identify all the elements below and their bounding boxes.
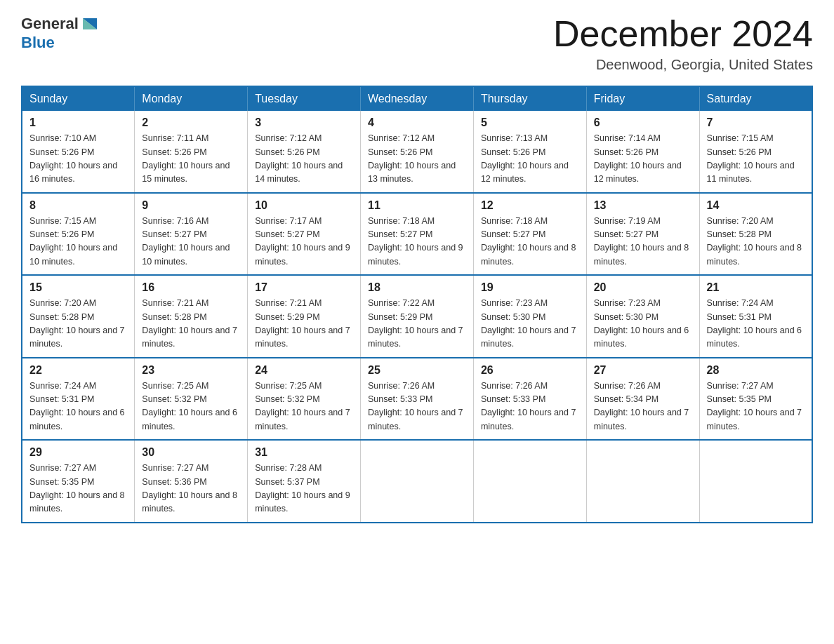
header-day-wednesday: Wednesday <box>361 86 474 111</box>
page-location: Deenwood, Georgia, United States <box>553 57 813 73</box>
day-number: 3 <box>255 116 353 129</box>
day-info: Sunrise: 7:20 AMSunset: 5:28 PMDaylight:… <box>707 215 805 269</box>
day-number: 11 <box>368 199 466 212</box>
calendar-week-row: 15Sunrise: 7:20 AMSunset: 5:28 PMDayligh… <box>22 275 812 358</box>
day-info: Sunrise: 7:15 AMSunset: 5:26 PMDaylight:… <box>707 132 805 187</box>
calendar-week-row: 8Sunrise: 7:15 AMSunset: 5:26 PMDaylight… <box>22 193 812 276</box>
day-info: Sunrise: 7:25 AMSunset: 5:32 PMDaylight:… <box>255 380 353 434</box>
calendar-cell: 28Sunrise: 7:27 AMSunset: 5:35 PMDayligh… <box>699 358 812 441</box>
calendar-cell: 19Sunrise: 7:23 AMSunset: 5:30 PMDayligh… <box>473 275 586 358</box>
day-number: 10 <box>255 199 353 212</box>
day-number: 8 <box>29 199 127 212</box>
calendar-cell <box>699 440 812 523</box>
calendar-header-row: SundayMondayTuesdayWednesdayThursdayFrid… <box>22 86 812 111</box>
day-number: 26 <box>481 364 579 377</box>
calendar-cell: 30Sunrise: 7:27 AMSunset: 5:36 PMDayligh… <box>135 440 248 523</box>
day-number: 21 <box>707 281 805 294</box>
day-info: Sunrise: 7:18 AMSunset: 5:27 PMDaylight:… <box>368 215 466 269</box>
day-info: Sunrise: 7:27 AMSunset: 5:35 PMDaylight:… <box>707 380 805 434</box>
day-info: Sunrise: 7:24 AMSunset: 5:31 PMDaylight:… <box>29 380 127 434</box>
day-info: Sunrise: 7:23 AMSunset: 5:30 PMDaylight:… <box>594 297 692 351</box>
calendar-cell: 13Sunrise: 7:19 AMSunset: 5:27 PMDayligh… <box>586 193 699 276</box>
day-info: Sunrise: 7:13 AMSunset: 5:26 PMDaylight:… <box>481 132 579 187</box>
calendar-cell <box>473 440 586 523</box>
day-number: 16 <box>142 281 240 294</box>
day-info: Sunrise: 7:11 AMSunset: 5:26 PMDaylight:… <box>142 132 240 187</box>
day-number: 24 <box>255 364 353 377</box>
day-number: 29 <box>29 446 127 459</box>
calendar-cell: 26Sunrise: 7:26 AMSunset: 5:33 PMDayligh… <box>473 358 586 441</box>
page-header: General Blue December 2024 Deenwood, Geo… <box>21 14 813 73</box>
day-info: Sunrise: 7:10 AMSunset: 5:26 PMDaylight:… <box>29 132 127 187</box>
header-day-tuesday: Tuesday <box>248 86 361 111</box>
calendar-table: SundayMondayTuesdayWednesdayThursdayFrid… <box>21 86 813 523</box>
header-day-friday: Friday <box>586 86 699 111</box>
calendar-cell: 14Sunrise: 7:20 AMSunset: 5:28 PMDayligh… <box>699 193 812 276</box>
day-number: 15 <box>29 281 127 294</box>
calendar-cell: 1Sunrise: 7:10 AMSunset: 5:26 PMDaylight… <box>22 111 135 193</box>
day-number: 7 <box>707 116 805 129</box>
day-info: Sunrise: 7:17 AMSunset: 5:27 PMDaylight:… <box>255 215 353 269</box>
day-number: 13 <box>594 199 692 212</box>
day-number: 30 <box>142 446 240 459</box>
day-number: 18 <box>368 281 466 294</box>
calendar-cell <box>586 440 699 523</box>
day-info: Sunrise: 7:14 AMSunset: 5:26 PMDaylight:… <box>594 132 692 187</box>
calendar-cell: 18Sunrise: 7:22 AMSunset: 5:29 PMDayligh… <box>361 275 474 358</box>
day-info: Sunrise: 7:25 AMSunset: 5:32 PMDaylight:… <box>142 380 240 434</box>
calendar-cell: 16Sunrise: 7:21 AMSunset: 5:28 PMDayligh… <box>135 275 248 358</box>
day-number: 19 <box>481 281 579 294</box>
day-info: Sunrise: 7:26 AMSunset: 5:34 PMDaylight:… <box>594 380 692 434</box>
day-info: Sunrise: 7:21 AMSunset: 5:28 PMDaylight:… <box>142 297 240 351</box>
calendar-cell: 12Sunrise: 7:18 AMSunset: 5:27 PMDayligh… <box>473 193 586 276</box>
header-day-thursday: Thursday <box>473 86 586 111</box>
header-day-saturday: Saturday <box>699 86 812 111</box>
day-number: 9 <box>142 199 240 212</box>
calendar-week-row: 29Sunrise: 7:27 AMSunset: 5:35 PMDayligh… <box>22 440 812 523</box>
day-number: 12 <box>481 199 579 212</box>
header-day-monday: Monday <box>135 86 248 111</box>
day-number: 5 <box>481 116 579 129</box>
day-info: Sunrise: 7:26 AMSunset: 5:33 PMDaylight:… <box>481 380 579 434</box>
calendar-week-row: 22Sunrise: 7:24 AMSunset: 5:31 PMDayligh… <box>22 358 812 441</box>
day-info: Sunrise: 7:21 AMSunset: 5:29 PMDaylight:… <box>255 297 353 351</box>
day-info: Sunrise: 7:22 AMSunset: 5:29 PMDaylight:… <box>368 297 466 351</box>
day-info: Sunrise: 7:12 AMSunset: 5:26 PMDaylight:… <box>368 132 466 187</box>
calendar-cell: 23Sunrise: 7:25 AMSunset: 5:32 PMDayligh… <box>135 358 248 441</box>
day-number: 1 <box>29 116 127 129</box>
day-number: 4 <box>368 116 466 129</box>
calendar-cell: 17Sunrise: 7:21 AMSunset: 5:29 PMDayligh… <box>248 275 361 358</box>
calendar-cell: 29Sunrise: 7:27 AMSunset: 5:35 PMDayligh… <box>22 440 135 523</box>
calendar-cell <box>361 440 474 523</box>
day-number: 28 <box>707 364 805 377</box>
calendar-cell: 15Sunrise: 7:20 AMSunset: 5:28 PMDayligh… <box>22 275 135 358</box>
calendar-cell: 7Sunrise: 7:15 AMSunset: 5:26 PMDaylight… <box>699 111 812 193</box>
calendar-cell: 11Sunrise: 7:18 AMSunset: 5:27 PMDayligh… <box>361 193 474 276</box>
day-number: 2 <box>142 116 240 129</box>
day-number: 14 <box>707 199 805 212</box>
day-number: 27 <box>594 364 692 377</box>
calendar-cell: 9Sunrise: 7:16 AMSunset: 5:27 PMDaylight… <box>135 193 248 276</box>
day-info: Sunrise: 7:19 AMSunset: 5:27 PMDaylight:… <box>594 215 692 269</box>
day-info: Sunrise: 7:28 AMSunset: 5:37 PMDaylight:… <box>255 462 353 516</box>
day-number: 23 <box>142 364 240 377</box>
day-info: Sunrise: 7:20 AMSunset: 5:28 PMDaylight:… <box>29 297 127 351</box>
day-info: Sunrise: 7:18 AMSunset: 5:27 PMDaylight:… <box>481 215 579 269</box>
calendar-cell: 5Sunrise: 7:13 AMSunset: 5:26 PMDaylight… <box>473 111 586 193</box>
day-number: 31 <box>255 446 353 459</box>
header-day-sunday: Sunday <box>22 86 135 111</box>
day-info: Sunrise: 7:12 AMSunset: 5:26 PMDaylight:… <box>255 132 353 187</box>
calendar-cell: 25Sunrise: 7:26 AMSunset: 5:33 PMDayligh… <box>361 358 474 441</box>
title-block: December 2024 Deenwood, Georgia, United … <box>553 14 813 73</box>
calendar-cell: 21Sunrise: 7:24 AMSunset: 5:31 PMDayligh… <box>699 275 812 358</box>
day-info: Sunrise: 7:23 AMSunset: 5:30 PMDaylight:… <box>481 297 579 351</box>
calendar-cell: 24Sunrise: 7:25 AMSunset: 5:32 PMDayligh… <box>248 358 361 441</box>
day-info: Sunrise: 7:16 AMSunset: 5:27 PMDaylight:… <box>142 215 240 269</box>
day-info: Sunrise: 7:26 AMSunset: 5:33 PMDaylight:… <box>368 380 466 434</box>
calendar-cell: 27Sunrise: 7:26 AMSunset: 5:34 PMDayligh… <box>586 358 699 441</box>
calendar-cell: 10Sunrise: 7:17 AMSunset: 5:27 PMDayligh… <box>248 193 361 276</box>
day-number: 6 <box>594 116 692 129</box>
day-info: Sunrise: 7:15 AMSunset: 5:26 PMDaylight:… <box>29 215 127 269</box>
calendar-cell: 20Sunrise: 7:23 AMSunset: 5:30 PMDayligh… <box>586 275 699 358</box>
calendar-week-row: 1Sunrise: 7:10 AMSunset: 5:26 PMDaylight… <box>22 111 812 193</box>
